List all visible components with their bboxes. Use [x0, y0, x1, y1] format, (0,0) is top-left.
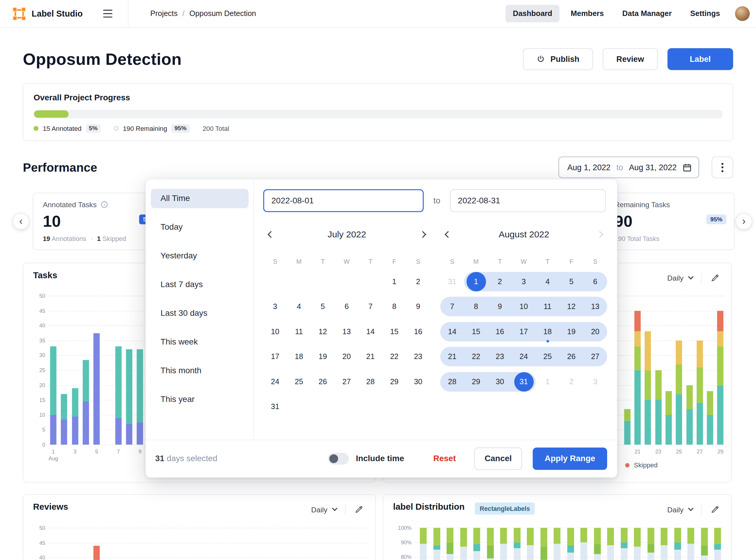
- calendar-day[interactable]: 10: [512, 297, 536, 316]
- calendar-day[interactable]: 25: [287, 372, 311, 392]
- include-time-toggle[interactable]: [328, 453, 349, 464]
- calendar-day[interactable]: 1: [382, 272, 406, 291]
- calendar-day[interactable]: 8: [382, 297, 406, 316]
- calendar-day[interactable]: 15: [464, 322, 488, 342]
- calendar-day[interactable]: 27: [335, 372, 359, 392]
- preset-today[interactable]: Today: [151, 218, 248, 237]
- calendar-day[interactable]: 21: [440, 347, 464, 366]
- performance-menu-button[interactable]: [712, 157, 733, 178]
- calendar-day[interactable]: 20: [335, 347, 359, 366]
- calendar-day[interactable]: 24: [263, 372, 287, 392]
- calendar-day[interactable]: 15: [382, 322, 406, 342]
- interval-dropdown[interactable]: Daily: [311, 505, 337, 514]
- calendar-day[interactable]: 22: [464, 347, 488, 366]
- reset-button[interactable]: Reset: [433, 454, 456, 463]
- edit-chart-button[interactable]: [710, 272, 720, 283]
- calendar-day[interactable]: 28: [440, 372, 464, 392]
- calendar-day[interactable]: 6: [335, 297, 359, 316]
- calendar-day[interactable]: 27: [583, 347, 608, 366]
- calendar-day[interactable]: 9: [488, 297, 512, 316]
- calendar-day[interactable]: 11: [536, 297, 559, 316]
- calendar-day[interactable]: 13: [583, 297, 608, 316]
- calendar-day[interactable]: 17: [263, 347, 287, 366]
- calendar-day[interactable]: 31: [263, 397, 287, 417]
- calendar-day[interactable]: 30: [406, 372, 430, 392]
- nav-item-settings[interactable]: Settings: [683, 5, 727, 22]
- calendar-day[interactable]: 16: [488, 322, 512, 342]
- calendar-day[interactable]: 29: [464, 372, 488, 392]
- calendar-day[interactable]: 11: [287, 322, 311, 342]
- calendar-day[interactable]: 23: [406, 347, 430, 366]
- calendar-day[interactable]: 3: [512, 272, 536, 291]
- info-icon[interactable]: [101, 201, 108, 208]
- preset-all-time[interactable]: All Time: [151, 189, 248, 208]
- avatar[interactable]: [735, 6, 750, 21]
- edit-chart-button[interactable]: [354, 504, 364, 515]
- calendar-day[interactable]: 3: [583, 372, 608, 392]
- calendar-day[interactable]: 18: [287, 347, 311, 366]
- nav-item-data-manager[interactable]: Data Manager: [615, 5, 679, 22]
- calendar-day[interactable]: 12: [559, 297, 583, 316]
- preset-yesterday[interactable]: Yesterday: [151, 246, 248, 266]
- calendar-day[interactable]: 23: [488, 347, 512, 366]
- preset-last-7-days[interactable]: Last 7 days: [151, 275, 248, 295]
- calendar-day[interactable]: 3: [263, 297, 287, 316]
- calendar-day[interactable]: 9: [406, 297, 430, 316]
- calendar-day[interactable]: 30: [488, 372, 512, 392]
- date-range-control[interactable]: Aug 1, 2022 to Aug 31, 2022: [559, 157, 699, 178]
- hamburger-menu-icon[interactable]: [101, 8, 114, 20]
- calendar-day[interactable]: 26: [311, 372, 335, 392]
- calendar-day[interactable]: 4: [287, 297, 311, 316]
- nav-item-members[interactable]: Members: [563, 5, 611, 22]
- calendar-day[interactable]: 14: [358, 322, 382, 342]
- calendar-day[interactable]: 29: [382, 372, 406, 392]
- calendar-day[interactable]: 13: [335, 322, 359, 342]
- calendar-day[interactable]: 20: [583, 322, 608, 342]
- calendar-day[interactable]: 2: [488, 272, 512, 291]
- start-date-input[interactable]: [263, 189, 423, 212]
- preset-this-week[interactable]: This week: [151, 333, 248, 352]
- calendar-day[interactable]: 16: [406, 322, 430, 342]
- label-button[interactable]: Label: [668, 48, 733, 70]
- calendar-day[interactable]: 2: [559, 372, 583, 392]
- publish-button[interactable]: Publish: [523, 48, 593, 70]
- calendar-day[interactable]: 5: [311, 297, 335, 316]
- calendar-day[interactable]: 7: [358, 297, 382, 316]
- cancel-button[interactable]: Cancel: [474, 447, 522, 470]
- breadcrumb-projects[interactable]: Projects: [151, 9, 178, 18]
- calendar-day[interactable]: 21: [358, 347, 382, 366]
- calendar-day[interactable]: 31: [440, 272, 464, 291]
- preset-this-month[interactable]: This month: [151, 361, 248, 380]
- calendar-day[interactable]: 1: [464, 272, 488, 291]
- calendar-day[interactable]: 12: [311, 322, 335, 342]
- nav-item-dashboard[interactable]: Dashboard: [505, 5, 559, 22]
- calendar-day[interactable]: 6: [583, 272, 608, 291]
- end-date-input[interactable]: [450, 189, 606, 212]
- calendar-day[interactable]: 31: [512, 372, 536, 392]
- calendar-day[interactable]: 19: [559, 322, 583, 342]
- interval-dropdown[interactable]: Daily: [667, 274, 693, 282]
- calendar-day[interactable]: 10: [263, 322, 287, 342]
- preset-last-30-days[interactable]: Last 30 days: [151, 304, 248, 323]
- calendar-prev-icon[interactable]: [263, 227, 279, 242]
- calendar-day[interactable]: 4: [536, 272, 559, 291]
- calendar-day[interactable]: 8: [464, 297, 488, 316]
- interval-dropdown[interactable]: Daily: [667, 505, 693, 514]
- calendar-day[interactable]: 18: [536, 322, 559, 342]
- calendar-day[interactable]: 7: [440, 297, 464, 316]
- calendar-day[interactable]: 28: [358, 372, 382, 392]
- calendar-prev-icon[interactable]: [440, 227, 456, 242]
- calendar-day[interactable]: 14: [440, 322, 464, 342]
- calendar-day[interactable]: 25: [536, 347, 559, 366]
- calendar-day[interactable]: 2: [406, 272, 430, 291]
- preset-this-year[interactable]: This year: [151, 389, 248, 409]
- calendar-day[interactable]: 19: [311, 347, 335, 366]
- stats-next-button[interactable]: ›: [736, 213, 752, 230]
- edit-chart-button[interactable]: [710, 504, 720, 515]
- calendar-next-icon[interactable]: [415, 227, 431, 242]
- calendar-day[interactable]: 22: [382, 347, 406, 366]
- calendar-day[interactable]: 26: [559, 347, 583, 366]
- apply-range-button[interactable]: Apply Range: [533, 447, 607, 470]
- calendar-day[interactable]: 17: [512, 322, 536, 342]
- calendar-day[interactable]: 24: [512, 347, 536, 366]
